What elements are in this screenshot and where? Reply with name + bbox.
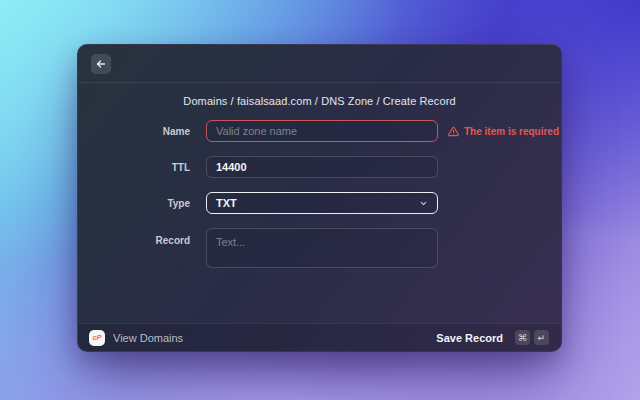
arrow-left-icon (95, 58, 107, 70)
cpanel-logo-icon: cP (89, 330, 105, 346)
modal-header (78, 45, 561, 83)
ttl-label: TTL (104, 162, 190, 173)
record-field-row: Record (78, 228, 561, 268)
return-key-icon: ↵ (534, 330, 549, 345)
name-label: Name (104, 126, 190, 137)
create-record-modal: Domains / faisalsaad.com / DNS Zone / Cr… (77, 44, 562, 352)
record-label: Record (104, 235, 190, 246)
command-key-icon: ⌘ (515, 330, 530, 345)
ttl-field-row: TTL (78, 156, 561, 178)
breadcrumb: Domains / faisalsaad.com / DNS Zone / Cr… (78, 95, 561, 107)
type-select[interactable]: TXT (206, 192, 438, 214)
modal-body: Domains / faisalsaad.com / DNS Zone / Cr… (78, 83, 561, 323)
name-error-text: The item is required (464, 126, 559, 137)
name-field-row: Name The item is required (78, 120, 561, 142)
save-record-button[interactable]: Save Record (436, 332, 503, 344)
name-error: The item is required (448, 126, 559, 137)
back-button[interactable] (91, 54, 111, 74)
record-textarea[interactable] (206, 228, 438, 268)
view-domains-link[interactable]: View Domains (113, 332, 183, 344)
create-record-form: Name The item is required TTL Type TXT (78, 120, 561, 268)
name-input[interactable] (206, 120, 438, 142)
alert-triangle-icon (448, 126, 459, 137)
footer-left: cP View Domains (89, 330, 183, 346)
type-selected-value: TXT (216, 197, 237, 209)
ttl-input[interactable] (206, 156, 438, 178)
footer-right: Save Record ⌘ ↵ (436, 330, 549, 345)
type-field-row: Type TXT (78, 192, 561, 214)
type-label: Type (104, 198, 190, 209)
chevron-down-icon (419, 199, 428, 208)
modal-footer: cP View Domains Save Record ⌘ ↵ (78, 323, 561, 351)
